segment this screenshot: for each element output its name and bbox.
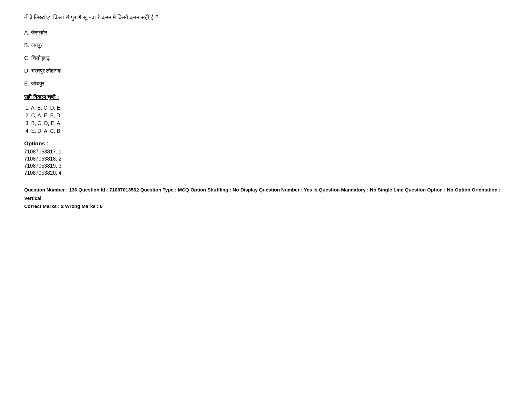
option-e-label: E. bbox=[24, 81, 29, 87]
option-d-text: भरतपुर लोहागढ़ bbox=[31, 68, 61, 74]
option-e-text: जोधपुर bbox=[31, 81, 44, 87]
answer-code-3-id: 71087053819. bbox=[24, 163, 57, 169]
option-d-label: D. bbox=[24, 68, 30, 74]
numbered-option-3-num: 3. bbox=[25, 121, 30, 126]
answer-code-1-val: 1 bbox=[59, 149, 62, 154]
option-a-text: जैसलमेर bbox=[31, 30, 47, 36]
answer-code-1: 71087053817. 1 bbox=[24, 149, 508, 155]
answer-code-4: 71087053820. 4 bbox=[24, 170, 508, 176]
options-heading: Options : bbox=[24, 141, 508, 147]
answer-code-2: 71087053818. 2 bbox=[24, 156, 508, 162]
numbered-option-3: 3. B, C, D, E, A bbox=[25, 121, 508, 126]
option-b-text: जयपुर bbox=[31, 42, 43, 48]
option-d: D. भरतपुर लोहागढ़ bbox=[24, 67, 508, 75]
numbered-option-4-text: E, D, A, C, B bbox=[31, 128, 60, 134]
numbered-option-1-num: 1. bbox=[25, 105, 30, 111]
correct-options-label: सही विकल्प चुणौ : bbox=[24, 94, 508, 101]
option-c-text: चितौड़गढ़ bbox=[31, 55, 50, 61]
numbered-options-list: 1. A, B, C, D, E 2. C, A, E, B, D 3. B, … bbox=[24, 105, 508, 134]
option-c: C. चितौड़गढ़ bbox=[24, 54, 508, 63]
meta-line-2: Correct Marks : 2 Wrong Marks : 0 bbox=[24, 202, 508, 210]
options-list: A. जैसलमेर B. जयपुर C. चितौड़गढ़ D. भरतप… bbox=[24, 29, 508, 88]
answer-code-1-id: 71087053817. bbox=[24, 149, 57, 154]
option-b: B. जयपुर bbox=[24, 41, 508, 50]
numbered-option-2: 2. C, A, E, B, D bbox=[25, 113, 508, 119]
option-a-label: A. bbox=[24, 30, 29, 36]
numbered-option-4: 4. E, D, A, C, B bbox=[25, 128, 508, 134]
numbered-option-3-text: B, C, D, E, A bbox=[31, 121, 60, 126]
numbered-option-2-text: C, A, E, B, D bbox=[31, 113, 60, 118]
option-b-label: B. bbox=[24, 42, 29, 48]
numbered-option-2-num: 2. bbox=[25, 113, 30, 118]
option-e: E. जोधपुर bbox=[24, 80, 508, 88]
numbered-option-4-num: 4. bbox=[25, 128, 30, 134]
answer-code-2-val: 2 bbox=[59, 156, 62, 161]
numbered-option-1: 1. A, B, C, D, E bbox=[25, 105, 508, 111]
meta-section: Question Number : 136 Question Id : 7108… bbox=[24, 186, 508, 210]
answer-options-section: Options : 71087053817. 1 71087053818. 2 … bbox=[24, 141, 508, 176]
numbered-option-1-text: A, B, C, D, E bbox=[31, 105, 60, 111]
answer-code-3-val: 3 bbox=[59, 163, 62, 169]
option-a: A. जैसलमेर bbox=[24, 29, 508, 37]
answer-code-2-id: 71087053818. bbox=[24, 156, 57, 161]
question-text: नीचे लिख्योड़ा किलां रौ पुराणै सूं नवा र… bbox=[24, 13, 508, 22]
meta-line-1: Question Number : 136 Question Id : 7108… bbox=[24, 186, 508, 202]
answer-code-4-val: 4 bbox=[59, 170, 62, 176]
option-c-label: C. bbox=[24, 55, 30, 61]
answer-code-3: 71087053819. 3 bbox=[24, 163, 508, 169]
question-container: नीचे लिख्योड़ा किलां रौ पुराणै सूं नवा र… bbox=[24, 13, 508, 210]
answer-code-4-id: 71087053820. bbox=[24, 170, 57, 176]
